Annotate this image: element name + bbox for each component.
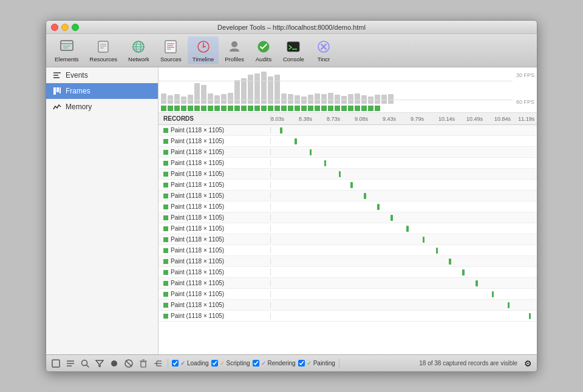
sidebar: Events Frames Memory — [46, 67, 159, 354]
table-row[interactable]: Paint (1118 × 1105) — [159, 267, 537, 278]
tick-9: 11.19s — [518, 116, 534, 122]
table-row[interactable]: Paint (1118 × 1105) — [159, 169, 537, 180]
record-timeline — [271, 300, 537, 310]
fps-green-bar — [234, 106, 240, 111]
record-dot — [163, 292, 168, 297]
table-row[interactable]: Paint (1118 × 1105) — [159, 278, 537, 289]
record-dot — [163, 314, 168, 319]
fps-60-line — [159, 100, 513, 100]
toolbar-elements[interactable]: Elements — [50, 36, 84, 64]
tree-btn[interactable] — [152, 357, 164, 370]
dot-btn[interactable] — [108, 357, 120, 370]
record-label: Paint (1118 × 1105) — [159, 214, 271, 221]
record-bar — [324, 160, 327, 166]
fps-green-bar — [281, 106, 287, 111]
record-dot — [163, 259, 168, 264]
painting-checkbox[interactable] — [298, 360, 305, 367]
toolbar-timeline[interactable]: Timeline — [188, 36, 219, 64]
rendering-dot: ✓ — [261, 360, 266, 367]
network-icon — [130, 38, 147, 55]
svg-rect-4 — [98, 41, 108, 52]
filter-rendering[interactable]: ✓ Rendering — [253, 360, 296, 367]
record-label: Paint (1118 × 1105) — [159, 181, 271, 188]
record-bar — [436, 248, 438, 254]
record-dot — [163, 194, 168, 198]
resources-icon — [95, 38, 112, 55]
separator — [168, 359, 168, 368]
sidebar-item-memory[interactable]: Memory — [46, 99, 158, 115]
record-label: Paint (1118 × 1105) — [159, 247, 271, 254]
fps-green-bar — [214, 106, 220, 111]
minimize-button[interactable] — [61, 24, 69, 31]
sidebar-item-frames[interactable]: Frames — [46, 83, 158, 99]
fps-30-label: 30 FPS — [516, 72, 534, 78]
tick-0: 8.03s — [271, 116, 284, 122]
memory-label: Memory — [66, 103, 92, 111]
record-text: Paint (1118 × 1105) — [171, 247, 224, 254]
record-bar — [377, 204, 380, 210]
toolbar-profiles[interactable]: Profiles — [220, 36, 249, 64]
tick-1: 8.38s — [299, 116, 312, 122]
no-recording-btn[interactable] — [123, 357, 135, 370]
table-row[interactable]: Paint (1118 × 1105) — [159, 180, 537, 191]
filter-painting[interactable]: ✓ Painting — [298, 360, 335, 367]
fps-green-bar — [241, 106, 247, 111]
status-text: 18 of 38 captured records are visible — [343, 360, 520, 367]
table-row[interactable]: Paint (1118 × 1105) — [159, 125, 537, 136]
toolbar-console[interactable]: Console — [278, 36, 309, 64]
filter-loading[interactable]: ✓ Loading — [172, 360, 209, 367]
search-records-btn[interactable] — [79, 357, 91, 370]
record-toggle-btn[interactable] — [50, 357, 62, 370]
record-bar — [406, 226, 409, 232]
record-text: Paint (1118 × 1105) — [171, 138, 224, 144]
table-row[interactable]: Paint (1118 × 1105) — [159, 289, 537, 300]
record-timeline — [271, 223, 537, 234]
table-row[interactable]: Paint (1118 × 1105) — [159, 158, 537, 169]
maximize-button[interactable] — [72, 24, 79, 31]
record-text: Paint (1118 × 1105) — [171, 302, 224, 308]
fps-green-bar — [368, 106, 373, 111]
svg-point-22 — [231, 41, 237, 47]
scripting-checkbox[interactable] — [211, 360, 218, 367]
settings-gear-btn[interactable]: ⚙ — [522, 358, 533, 369]
toolbar-network[interactable]: Network — [123, 36, 154, 64]
table-row[interactable]: Paint (1118 × 1105) — [159, 256, 537, 267]
record-bar — [390, 215, 393, 221]
fps-green-bar — [335, 106, 340, 111]
record-label: Paint (1118 × 1105) — [159, 138, 271, 144]
table-row[interactable]: Paint (1118 × 1105) — [159, 223, 537, 234]
toolbar-resources[interactable]: Resources — [85, 36, 122, 64]
filter-records-btn[interactable] — [94, 357, 106, 370]
sidebar-item-events[interactable]: Events — [46, 67, 158, 83]
table-row[interactable]: Paint (1118 × 1105) — [159, 147, 537, 158]
loading-checkbox[interactable] — [172, 360, 179, 367]
table-row[interactable]: Paint (1118 × 1105) — [159, 245, 537, 256]
rendering-checkbox[interactable] — [253, 360, 259, 367]
tick-3: 9.08s — [355, 116, 368, 122]
trash-btn[interactable] — [137, 357, 149, 370]
table-row[interactable]: Paint (1118 × 1105) — [159, 300, 537, 311]
record-timeline — [271, 278, 537, 288]
table-row[interactable]: Paint (1118 × 1105) — [159, 234, 537, 245]
record-text: Paint (1118 × 1105) — [171, 214, 224, 221]
toolbar-tincr[interactable]: Tincr — [310, 36, 337, 64]
record-text: Paint (1118 × 1105) — [171, 280, 224, 286]
record-bar — [350, 182, 353, 188]
elements-icon — [58, 38, 75, 55]
tick-2: 8.73s — [327, 116, 340, 122]
table-row[interactable]: Paint (1118 × 1105) — [159, 191, 537, 201]
record-timeline — [271, 136, 537, 146]
svg-marker-39 — [96, 360, 103, 367]
table-row[interactable]: Paint (1118 × 1105) — [159, 212, 537, 223]
table-row[interactable]: Paint (1118 × 1105) — [159, 201, 537, 212]
filter-scripting[interactable]: ✓ Scripting — [211, 360, 250, 367]
table-row[interactable]: Paint (1118 × 1105) — [159, 311, 537, 322]
table-row[interactable]: Paint (1118 × 1105) — [159, 136, 537, 147]
fps-green-bar — [208, 106, 213, 111]
fps-green-bar — [168, 106, 173, 111]
toolbar-audits[interactable]: Audits — [250, 36, 277, 64]
toolbar-sources[interactable]: Sources — [155, 36, 186, 64]
painting-label: Painting — [313, 360, 335, 367]
close-button[interactable] — [51, 24, 58, 31]
clear-records-btn[interactable] — [64, 357, 77, 370]
